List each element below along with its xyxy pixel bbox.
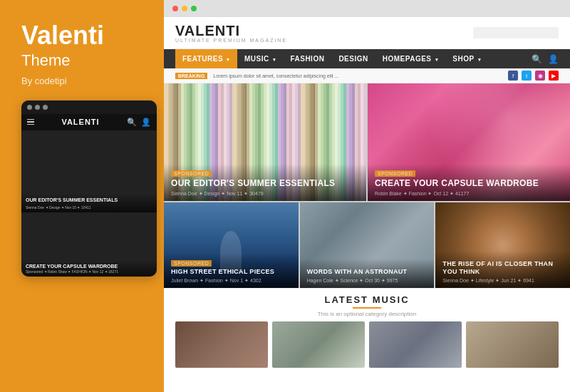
card-4-astronaut[interactable]: WORDS WITH AN ASTRONAUT Hagen Cole ✦ Sci… [300, 202, 435, 288]
browser-dot-red[interactable] [172, 6, 178, 11]
mobile-card2[interactable]: CREATE YOUR CAPSULE WARDROBE Sponsored ✦… [21, 212, 157, 277]
facebook-icon[interactable]: f [508, 71, 518, 81]
bottom-row: Sponsored HIGH STREET ETHICAL PIECES Jul… [164, 202, 570, 288]
mobile-logo: VALENTI [61, 118, 99, 126]
mobile-dot-3 [43, 105, 48, 110]
main-grid: Sponsored OUR EDITOR'S SUMMER ESSENTIALS… [164, 83, 570, 288]
mobile-nav: VALENTI 🔍 👤 [21, 114, 157, 130]
youtube-icon[interactable]: ▶ [549, 71, 559, 81]
browser-dot-green[interactable] [191, 6, 197, 11]
mobile-hero-overlay: OUR EDITOR'S SUMMER ESSENTIALS Sienna Do… [21, 193, 157, 212]
browser-content: VALENTI ULTIMATE PREMIUM MAGAZINE FEATUR… [164, 17, 570, 392]
nav-icons: 🔍 👤 [532, 54, 559, 64]
card-5-meta: Sienna Doe ✦ Lifestyle ✦ Jun 21 ✦ 6941 [442, 278, 563, 284]
card-5-ai[interactable]: THE RISE OF AI IS CLOSER THAN YOU THINK … [435, 202, 570, 288]
breaking-label: BREAKING [175, 73, 207, 79]
card-4-overlay: WORDS WITH AN ASTRONAUT Hagen Cole ✦ Sci… [300, 259, 435, 288]
card-2-wardrobe[interactable]: Sponsored CREATE YOUR CAPSULE WARDROBE R… [368, 83, 570, 201]
mobile-topbar [21, 100, 157, 114]
site-logo-container: VALENTI ULTIMATE PREMIUM MAGAZINE [175, 23, 287, 43]
latest-card-3[interactable] [369, 321, 462, 368]
latest-cards [175, 321, 559, 368]
site-nav: FEATURES ▾ MUSIC ▾ FASHION DESIGN HOMEPA… [164, 49, 570, 68]
card-2-title: CREATE YOUR CAPSULE WARDROBE [375, 178, 563, 189]
nav-search-icon[interactable]: 🔍 [532, 54, 542, 64]
card-1-overlay: Sponsored OUR EDITOR'S SUMMER ESSENTIALS… [164, 164, 366, 201]
brand-name: Valenti [21, 21, 104, 50]
latest-section: LATEST MUSIC This is an optional categor… [164, 288, 570, 368]
latest-title: LATEST MUSIC [175, 294, 559, 305]
card-4-meta: Hagen Cole ✦ Science ✦ Oct 30 ✦ 9975 [307, 278, 428, 284]
latest-card-1[interactable] [175, 321, 268, 368]
header-ad [473, 27, 559, 38]
card-5-title: THE RISE OF AI IS CLOSER THAN YOU THINK [442, 260, 563, 277]
mobile-hero-meta: Sienna Doe ✦ Design ✦ Nov 10 ✦ 10411 [26, 205, 152, 210]
theme-label: Theme [21, 51, 70, 70]
card-1-summer[interactable]: Sponsored OUR EDITOR'S SUMMER ESSENTIALS… [164, 83, 366, 201]
latest-card-4[interactable] [466, 321, 559, 368]
right-panel: VALENTI ULTIMATE PREMIUM MAGAZINE FEATUR… [164, 0, 570, 392]
card-2-tag: Sponsored [375, 171, 563, 176]
breaking-text: Lorem ipsum dolor sit amet, consectetur … [213, 73, 338, 78]
browser-chrome [164, 0, 570, 17]
twitter-icon[interactable]: t [522, 71, 532, 81]
nav-item-music[interactable]: MUSIC ▾ [237, 49, 284, 68]
card-5-overlay: THE RISE OF AI IS CLOSER THAN YOU THINK … [435, 251, 570, 289]
site-logo-tagline: ULTIMATE PREMIUM MAGAZINE [175, 38, 287, 43]
mobile-dot-2 [35, 105, 40, 110]
card-3-meta: Juliet Brown ✦ Fashion ✦ Nov 1 ✦ 4302 [171, 278, 291, 284]
breaking-bar: BREAKING Lorem ipsum dolor sit amet, con… [164, 68, 570, 83]
mobile-nav-icons: 🔍 👤 [127, 118, 151, 127]
card-1-meta: Sienna Doe ✦ Design ✦ Nov 11 ✦ 30479 [171, 191, 359, 197]
hamburger-icon[interactable] [27, 119, 34, 125]
search-icon[interactable]: 🔍 [127, 118, 137, 127]
card-3-tag: Sponsored [171, 261, 291, 266]
site-logo[interactable]: VALENTI [175, 23, 287, 39]
brand-author: By codetipi [21, 76, 67, 86]
nav-item-fashion[interactable]: FASHION [283, 49, 331, 68]
latest-card-2[interactable] [272, 321, 365, 368]
card-1-tag: Sponsored [171, 171, 359, 176]
user-icon[interactable]: 👤 [141, 118, 151, 127]
mobile-hero-title: OUR EDITOR'S SUMMER ESSENTIALS [26, 197, 152, 203]
latest-desc: This is an optional category description [175, 311, 559, 317]
card-3-title: HIGH STREET ETHICAL PIECES [171, 268, 291, 276]
site-header: VALENTI ULTIMATE PREMIUM MAGAZINE [164, 17, 570, 49]
card-4-title: WORDS WITH AN ASTRONAUT [307, 268, 428, 276]
nav-item-design[interactable]: DESIGN [331, 49, 375, 68]
left-panel: Valenti Theme By codetipi VALENTI 🔍 👤 OU… [0, 0, 164, 392]
mobile-card2-meta: Sponsored ✦ Robin Shaw ✦ FASHION ✦ Nov 1… [26, 269, 152, 274]
browser-dot-yellow[interactable] [182, 6, 187, 11]
mobile-dot-1 [27, 105, 32, 110]
mobile-card2-title: CREATE YOUR CAPSULE WARDROBE [26, 264, 152, 269]
nav-items: FEATURES ▾ MUSIC ▾ FASHION DESIGN HOMEPA… [175, 49, 488, 68]
card-3-ethical[interactable]: Sponsored HIGH STREET ETHICAL PIECES Jul… [164, 202, 299, 288]
mobile-hero-card[interactable]: OUR EDITOR'S SUMMER ESSENTIALS Sienna Do… [21, 130, 157, 212]
card-3-overlay: Sponsored HIGH STREET ETHICAL PIECES Jul… [164, 254, 299, 288]
nav-item-shop[interactable]: SHOP ▾ [445, 49, 488, 68]
mobile-preview: VALENTI 🔍 👤 OUR EDITOR'S SUMMER ESSENTIA… [21, 100, 157, 277]
card-2-overlay: Sponsored CREATE YOUR CAPSULE WARDROBE R… [368, 164, 570, 201]
header-right [473, 27, 559, 38]
social-icons: f t ◉ ▶ [508, 71, 559, 81]
card-1-title: OUR EDITOR'S SUMMER ESSENTIALS [171, 178, 359, 189]
card-2-meta: Robin Blake ✦ Fashion ✦ Oct 12 ✦ 41177 [375, 191, 563, 197]
nav-item-homepages[interactable]: HOMEPAGES ▾ [375, 49, 446, 68]
instagram-icon[interactable]: ◉ [535, 71, 545, 81]
mobile-card2-overlay: CREATE YOUR CAPSULE WARDROBE Sponsored ✦… [21, 260, 157, 277]
nav-user-icon[interactable]: 👤 [548, 54, 559, 64]
nav-item-features[interactable]: FEATURES ▾ [175, 49, 237, 68]
latest-divider [353, 307, 381, 309]
